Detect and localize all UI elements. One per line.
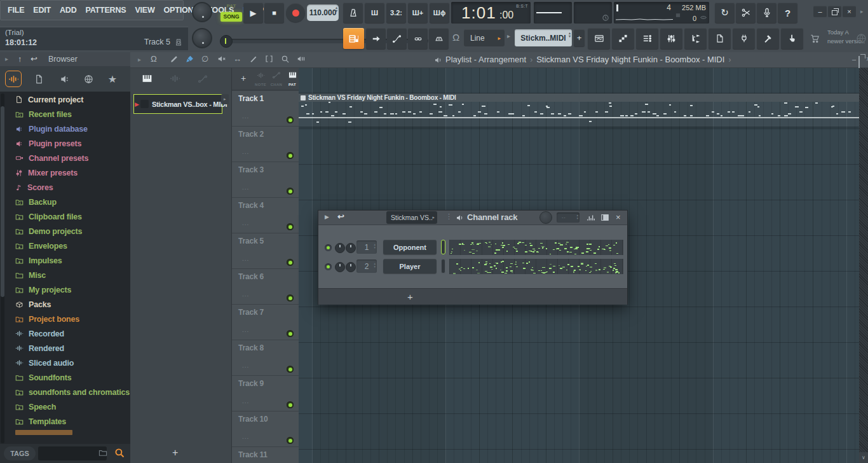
loop-record-button[interactable]: Шϕ (430, 3, 449, 23)
menu-file[interactable]: FILE (3, 6, 29, 15)
countdown-button[interactable]: 3.2: (386, 3, 406, 23)
browser-item[interactable]: Recorded (0, 326, 130, 341)
update-news-panel[interactable]: Today A newer versio.. (826, 27, 867, 50)
browser-item[interactable]: Plugin presets (0, 136, 130, 151)
tempo-spinner[interactable]: ▴▾ (336, 6, 337, 13)
channel-rack-window[interactable]: ▶ ↩ Stickman VS.. ▸ ⋮ Channel rack -- ▴▾… (318, 210, 628, 305)
clip-header[interactable]: Stickman VS Friday Night Funkin - Boombo… (299, 93, 859, 102)
track-options[interactable]: ... (242, 362, 249, 369)
track-header[interactable]: Track 10... (232, 411, 299, 446)
track-enable-led[interactable] (287, 330, 294, 337)
track-options[interactable]: ... (242, 148, 249, 155)
browser-search-input[interactable] (38, 446, 107, 460)
browser-item[interactable]: Backup (0, 195, 130, 209)
browser-item[interactable]: Demo projects (0, 224, 130, 238)
playlist-restore-button[interactable] (858, 57, 860, 68)
tempo-display[interactable]: 110.000 ▴▾ (307, 4, 339, 21)
wait-for-input-button[interactable]: Ш (365, 3, 384, 23)
chrack-graph-icon[interactable] (587, 213, 595, 222)
select-tool[interactable] (265, 55, 273, 63)
chrack-grid-icon[interactable] (600, 213, 609, 222)
browser-item[interactable]: My projects (0, 282, 130, 297)
add-pattern-button[interactable]: + (574, 29, 585, 46)
channel-button-player[interactable]: Player (383, 259, 437, 273)
channel-enable-led[interactable] (325, 244, 332, 251)
typing-to-piano-button[interactable]: ↻ (715, 3, 735, 23)
channel-number-display[interactable]: 2▴▾ (356, 259, 377, 273)
stop-button[interactable]: ■ (264, 3, 284, 23)
track-name[interactable]: Track 6 (238, 272, 264, 281)
track-options[interactable]: ... (242, 184, 249, 191)
toggle-patcher-button[interactable] (684, 28, 707, 49)
track-header[interactable]: Track 11... (232, 446, 299, 463)
app-restore-button[interactable] (828, 6, 841, 17)
track-enable-led[interactable] (287, 366, 294, 373)
pattern-selector[interactable]: Stickm..MIDI ▴▾ (515, 29, 572, 46)
chrack-add-channel-button[interactable]: + (407, 291, 413, 302)
playback-tool[interactable] (297, 55, 306, 63)
channel-button-opponent[interactable]: Opponent (383, 240, 437, 254)
track-header[interactable]: Track 1... (232, 90, 299, 126)
track-enable-led[interactable] (287, 401, 294, 408)
song-mode-button[interactable]: SONG (220, 12, 242, 22)
channel-row[interactable]: 2▴▾Player (318, 258, 627, 275)
track-header[interactable]: Track 7... (232, 304, 299, 340)
pattern-item-menu[interactable]: ▸ (221, 94, 229, 104)
chrack-swing-display[interactable]: -- ▴▾ (557, 212, 580, 223)
track-options[interactable]: ... (242, 397, 249, 404)
track-header[interactable]: Track 9... (232, 375, 299, 411)
help-button[interactable]: ? (778, 3, 797, 23)
track-enable-led[interactable] (287, 223, 294, 230)
time-panel[interactable] (574, 2, 612, 24)
plugin-picker-button[interactable] (733, 28, 755, 49)
toggle-project-picker-button[interactable] (709, 28, 731, 49)
track-options[interactable]: ... (242, 291, 249, 298)
channel-number-spinner[interactable]: ▴▾ (374, 262, 376, 268)
master-volume-knob[interactable] (192, 28, 212, 48)
menu-view[interactable]: VIEW (130, 6, 159, 15)
paint-tool[interactable] (186, 55, 194, 64)
channel-select-indicator[interactable] (441, 240, 445, 254)
pattern-play-icon[interactable]: ▶ (135, 101, 139, 107)
browser-item[interactable]: Clipboard files (0, 209, 130, 224)
patterns-tab-icon[interactable] (142, 74, 153, 83)
multilink-button[interactable] (408, 28, 428, 49)
breadcrumb-arrangement[interactable]: Playlist - Arrangement (445, 55, 526, 64)
toggle-mixer-button[interactable] (660, 28, 682, 49)
channel-rack-titlebar[interactable]: ▶ ↩ Stickman VS.. ▸ ⋮ Channel rack -- ▴▾… (318, 211, 627, 225)
pattern-clip-source-button[interactable] (343, 28, 364, 49)
automation-tab-icon[interactable] (198, 74, 208, 83)
toggle-performance-button[interactable] (757, 28, 779, 49)
browser-item[interactable]: Rendered (0, 341, 130, 356)
browser-item[interactable]: Project bones (0, 312, 130, 326)
picker-tab-note[interactable]: NOTE (252, 70, 269, 86)
track-name[interactable]: Track 8 (238, 343, 264, 352)
cut-button[interactable] (736, 3, 756, 23)
track-name[interactable]: Track 11 (238, 450, 268, 459)
track-header[interactable]: Track 6... (232, 268, 299, 304)
track-enable-led[interactable] (287, 437, 294, 444)
pattern-menu-arrow[interactable]: ▸ (507, 32, 510, 39)
folder-icon[interactable] (98, 449, 107, 457)
track-name[interactable]: Track 1 (238, 94, 264, 103)
chrack-swing-knob[interactable] (539, 211, 552, 224)
chrack-drag-handle[interactable]: ⋮ (445, 212, 452, 221)
menu-add[interactable]: ADD (55, 6, 81, 15)
track-name[interactable]: Track 10 (238, 415, 268, 424)
playlist-minimize-button[interactable]: – (852, 55, 856, 63)
pattern-list-item[interactable]: ▶ Stickman VS..box - MIDI (133, 94, 222, 114)
toggle-channel-rack-button[interactable] (636, 28, 658, 49)
track-name[interactable]: Track 2 (238, 130, 264, 139)
channel-row[interactable]: 1▴▾Opponent (318, 239, 627, 256)
channel-number-display[interactable]: 1▴▾ (356, 240, 377, 254)
browser-item[interactable]: Sliced audio (0, 356, 130, 370)
pat-mode-button[interactable]: PAT (220, 3, 243, 12)
record-button[interactable] (286, 3, 305, 22)
track-enable-led[interactable] (287, 116, 294, 123)
channel-pan-knob[interactable] (335, 262, 345, 272)
pattern-spinner[interactable]: ▴▾ (569, 32, 571, 38)
track-enable-led[interactable] (287, 188, 294, 195)
track-name[interactable]: Track 3 (238, 165, 264, 174)
track-header[interactable]: Track 5... (232, 233, 299, 268)
track-enable-led[interactable] (287, 152, 294, 159)
